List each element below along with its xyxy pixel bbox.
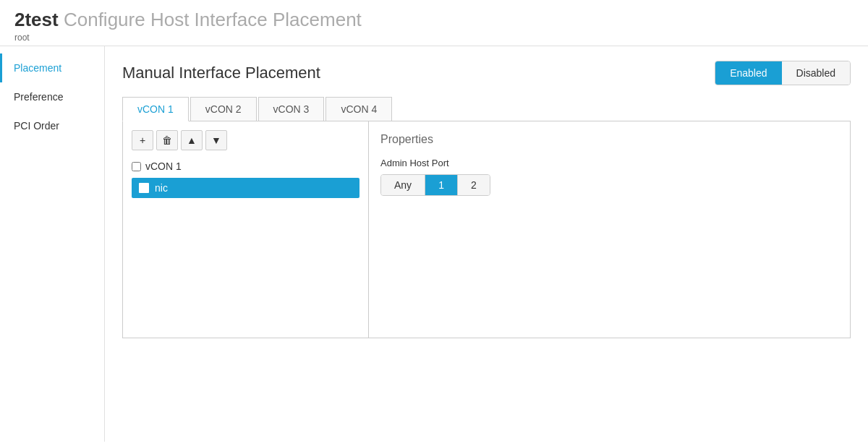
nic-icon — [139, 183, 149, 193]
vcon1-label: vCON 1 — [145, 160, 182, 172]
vcon-tabs: vCON 1 vCON 2 vCON 3 vCON 4 — [122, 97, 851, 121]
header: 2test Configure Host Interface Placement… — [0, 0, 868, 46]
down-arrow-icon: ▼ — [211, 134, 221, 146]
sidebar-item-pci-order[interactable]: PCI Order — [0, 111, 104, 140]
sidebar-item-placement[interactable]: Placement — [0, 53, 104, 82]
page-title-text: Configure Host Interface Placement — [64, 9, 362, 30]
main-content: Manual Interface Placement Enabled Disab… — [105, 46, 868, 442]
properties-title: Properties — [380, 133, 838, 146]
tab-vcon1[interactable]: vCON 1 — [122, 97, 189, 121]
disabled-button[interactable]: Disabled — [782, 61, 850, 85]
delete-icon: 🗑 — [162, 134, 172, 146]
tab-vcon4[interactable]: vCON 4 — [326, 97, 392, 121]
tab-vcon3[interactable]: vCON 3 — [258, 97, 325, 121]
mip-header: Manual Interface Placement Enabled Disab… — [122, 61, 851, 85]
vcon1-checkbox[interactable] — [132, 162, 141, 171]
right-panel: Properties Admin Host Port Any 1 2 — [369, 121, 850, 338]
enabled-button[interactable]: Enabled — [715, 61, 781, 85]
delete-button[interactable]: 🗑 — [156, 130, 178, 150]
port-1-button[interactable]: 1 — [425, 175, 457, 195]
section-title: Manual Interface Placement — [122, 64, 320, 82]
move-down-button[interactable]: ▼ — [205, 130, 227, 150]
move-up-button[interactable]: ▲ — [181, 130, 203, 150]
left-panel: + 🗑 ▲ ▼ vCON 1 — [123, 121, 369, 338]
tab-vcon2[interactable]: vCON 2 — [190, 97, 257, 121]
nic-label: nic — [155, 182, 168, 194]
enabled-disabled-toggle: Enabled Disabled — [715, 61, 851, 85]
app-name: 2test — [14, 9, 59, 30]
port-2-button[interactable]: 2 — [457, 175, 490, 195]
add-button[interactable]: + — [132, 130, 153, 150]
admin-host-port-toggle: Any 1 2 — [380, 174, 490, 196]
sidebar-item-preference[interactable]: Preference — [0, 82, 104, 111]
admin-host-port-label: Admin Host Port — [380, 158, 838, 168]
breadcrumb: root — [14, 33, 854, 43]
port-any-button[interactable]: Any — [381, 175, 425, 195]
up-arrow-icon: ▲ — [187, 134, 197, 146]
layout: Placement Preference PCI Order Manual In… — [0, 46, 868, 442]
nic-item[interactable]: nic — [132, 178, 359, 198]
vcon1-item: vCON 1 — [132, 158, 359, 175]
content-area: + 🗑 ▲ ▼ vCON 1 — [122, 121, 851, 338]
page-title: 2test Configure Host Interface Placement — [14, 9, 854, 31]
sidebar: Placement Preference PCI Order — [0, 46, 105, 442]
toolbar: + 🗑 ▲ ▼ — [132, 130, 359, 150]
